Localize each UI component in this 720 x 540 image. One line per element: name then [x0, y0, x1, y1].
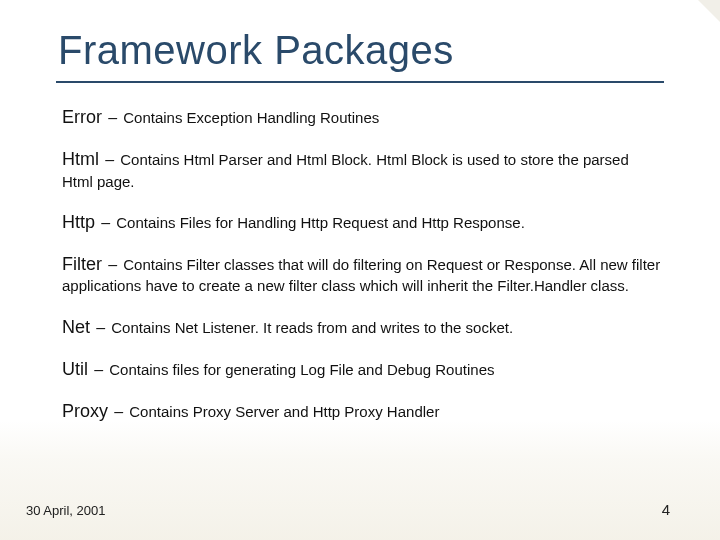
- separator: –: [108, 256, 117, 273]
- title-underline: [56, 81, 664, 83]
- package-name: Util: [62, 359, 88, 379]
- package-entry: Util – Contains files for generating Log…: [62, 357, 662, 381]
- package-desc: Contains Files for Handling Http Request…: [116, 214, 525, 231]
- package-name: Filter: [62, 254, 102, 274]
- separator: –: [108, 109, 117, 126]
- package-desc: Contains Net Listener. It reads from and…: [111, 319, 513, 336]
- package-name: Http: [62, 212, 95, 232]
- slide-title: Framework Packages: [58, 28, 664, 73]
- package-desc: Contains Filter classes that will do fil…: [62, 256, 660, 294]
- package-desc: Contains Html Parser and Html Block. Htm…: [62, 151, 629, 189]
- separator: –: [101, 214, 110, 231]
- slide-body: Error – Contains Exception Handling Rout…: [56, 105, 664, 424]
- package-name: Error: [62, 107, 102, 127]
- corner-notch: [698, 0, 720, 22]
- separator: –: [114, 403, 123, 420]
- package-desc: Contains Proxy Server and Http Proxy Han…: [129, 403, 439, 420]
- footer-date: 30 April, 2001: [26, 503, 106, 518]
- separator: –: [105, 151, 114, 168]
- separator: –: [96, 319, 105, 336]
- package-entry: Filter – Contains Filter classes that wi…: [62, 252, 662, 297]
- separator: –: [94, 361, 103, 378]
- package-entry: Net – Contains Net Listener. It reads fr…: [62, 315, 662, 339]
- package-name: Html: [62, 149, 99, 169]
- package-name: Net: [62, 317, 90, 337]
- package-entry: Error – Contains Exception Handling Rout…: [62, 105, 662, 129]
- package-name: Proxy: [62, 401, 108, 421]
- footer-page-number: 4: [662, 501, 670, 518]
- package-entry: Proxy – Contains Proxy Server and Http P…: [62, 399, 662, 423]
- slide: Framework Packages Error – Contains Exce…: [0, 0, 720, 540]
- package-desc: Contains files for generating Log File a…: [109, 361, 494, 378]
- package-entry: Html – Contains Html Parser and Html Blo…: [62, 147, 662, 192]
- package-desc: Contains Exception Handling Routines: [123, 109, 379, 126]
- package-entry: Http – Contains Files for Handling Http …: [62, 210, 662, 234]
